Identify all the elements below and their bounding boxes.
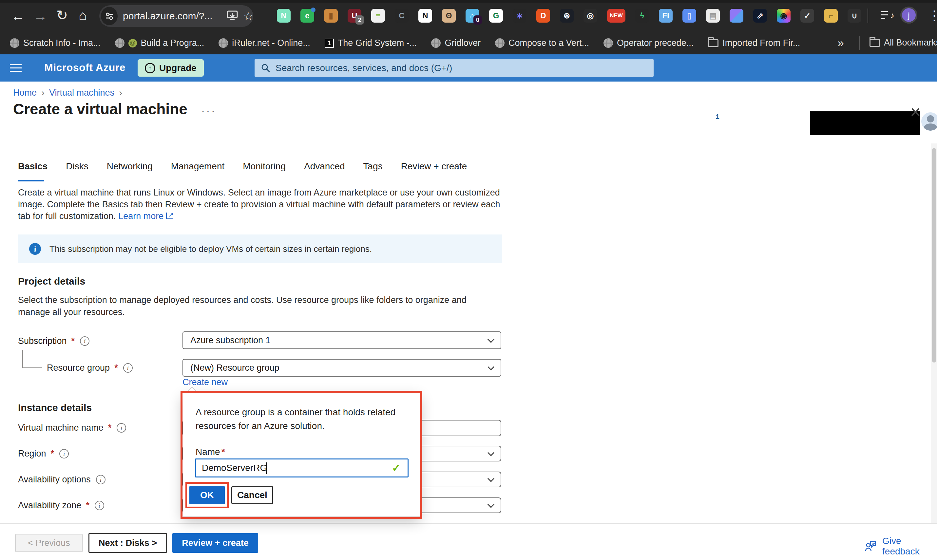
previous-button[interactable]: < Previous bbox=[15, 534, 83, 552]
clock-hook-extension-icon[interactable]: C bbox=[395, 9, 408, 23]
purple-asterisk-extension-icon[interactable]: ∗ bbox=[513, 9, 527, 23]
jar-outline-extension-icon[interactable]: ∪ bbox=[848, 9, 861, 23]
required-asterisk: * bbox=[107, 423, 112, 433]
bookmark-item[interactable]: Scratch Info - Ima... bbox=[10, 38, 100, 48]
notifications-bell-icon[interactable]: 1 bbox=[704, 115, 719, 130]
target-rings-extension-icon[interactable]: ◎ bbox=[584, 9, 597, 23]
azure-brand[interactable]: Microsoft Azure bbox=[44, 62, 125, 74]
site-settings-icon[interactable] bbox=[101, 7, 118, 25]
tab-networking[interactable]: Networking bbox=[107, 161, 153, 172]
bookmark-star-icon[interactable]: ☆ bbox=[243, 9, 253, 23]
document-extension-icon[interactable]: ▤ bbox=[706, 9, 720, 23]
green-figure-extension-icon[interactable]: ϟ bbox=[635, 9, 649, 23]
bookmark-item[interactable]: iRuler.net - Online... bbox=[219, 38, 310, 48]
global-search[interactable] bbox=[254, 59, 653, 77]
bookmark-item[interactable]: 1The Grid System -... bbox=[325, 38, 417, 48]
learn-more-link[interactable]: Learn more bbox=[118, 211, 163, 221]
tab-management[interactable]: Management bbox=[171, 161, 224, 172]
phone-extension-icon[interactable]: ▯ bbox=[683, 9, 696, 23]
redacted-account-info bbox=[810, 111, 920, 135]
cloud-shell-icon[interactable]: >_ bbox=[674, 115, 689, 130]
chevron-right-icon: › bbox=[114, 87, 127, 98]
settings-gear-icon[interactable] bbox=[732, 115, 747, 130]
screen: ← → ↻ ⌂ portal.azure.com/?... ☆ Ne▮U2≡CN… bbox=[0, 0, 937, 560]
rainbow-camera-extension-icon[interactable]: ◉ bbox=[777, 9, 791, 23]
bookmark-item[interactable]: Gridlover bbox=[431, 38, 481, 48]
arrow-circle-extension-icon[interactable]: ⇗ bbox=[753, 9, 767, 23]
globe-favicon bbox=[604, 38, 613, 48]
url-text[interactable]: portal.azure.com/?... bbox=[123, 11, 212, 22]
banner-text: This subscription may not be eligible to… bbox=[49, 244, 372, 254]
chevron-down-icon bbox=[487, 449, 495, 456]
required-asterisk: * bbox=[113, 363, 118, 373]
resource-group-name-input[interactable]: DemoServerRG bbox=[195, 458, 408, 477]
scrollbar-thumb[interactable] bbox=[932, 148, 936, 363]
intro-text: Create a virtual machine that runs Linux… bbox=[18, 187, 502, 222]
ghost-extension-icon[interactable]: ∩0 bbox=[465, 9, 479, 23]
font-fi-extension-icon[interactable]: FI bbox=[659, 9, 673, 23]
chevron-down-icon bbox=[487, 475, 495, 482]
project-details-heading: Project details bbox=[18, 276, 85, 287]
help-icon[interactable]: ? bbox=[760, 115, 775, 130]
active-tab-indicator bbox=[18, 180, 44, 182]
browser-profile-avatar[interactable]: j bbox=[900, 6, 917, 23]
bookmark-item[interactable]: @Build a Progra... bbox=[115, 38, 205, 48]
info-icon: i bbox=[123, 363, 133, 373]
tab-review-create[interactable]: Review + create bbox=[401, 161, 467, 172]
send-to-device-icon[interactable] bbox=[227, 10, 238, 22]
project-details-description: Select the subscription to manage deploy… bbox=[18, 294, 496, 318]
back-icon[interactable]: ← bbox=[11, 9, 25, 23]
tab-disks[interactable]: Disks bbox=[66, 161, 88, 172]
persona-face-extension-icon[interactable]: ʘ bbox=[442, 9, 456, 23]
react-atom-extension-icon[interactable]: ⊛ bbox=[560, 9, 574, 23]
notes-list-extension-icon[interactable]: ≡ bbox=[371, 9, 385, 23]
account-avatar[interactable] bbox=[921, 112, 937, 131]
notion-extension-icon[interactable]: N bbox=[418, 9, 432, 23]
mint-n-extension-icon[interactable]: N bbox=[277, 9, 291, 23]
bookmark-item[interactable]: Imported From Fir... bbox=[708, 38, 800, 48]
bookmarks-bar: Scratch Info - Ima... @Build a Progra...… bbox=[0, 32, 937, 54]
check-tasks-extension-icon[interactable]: ✓ bbox=[800, 9, 814, 23]
close-icon[interactable]: × bbox=[910, 103, 921, 121]
home-icon[interactable]: ⌂ bbox=[79, 9, 87, 22]
feedback-icon[interactable] bbox=[785, 115, 800, 130]
breadcrumb-home-link[interactable]: Home bbox=[13, 88, 37, 98]
tab-monitoring[interactable]: Monitoring bbox=[243, 161, 286, 172]
duckduckgo-extension-icon[interactable]: D bbox=[536, 9, 550, 23]
forward-icon[interactable]: → bbox=[34, 9, 47, 23]
evernote-extension-icon[interactable]: e bbox=[301, 9, 314, 23]
upgrade-button[interactable]: ↑ Upgrade bbox=[137, 59, 204, 77]
bookmarks-overflow-icon[interactable]: » bbox=[837, 36, 844, 50]
orange-book-extension-icon[interactable]: ▮ bbox=[324, 9, 338, 23]
review-create-button[interactable]: Review + create bbox=[172, 533, 258, 553]
chevron-down-icon bbox=[487, 363, 495, 370]
address-bar[interactable]: portal.azure.com/?... ☆ bbox=[99, 5, 253, 27]
reload-icon[interactable]: ↻ bbox=[56, 9, 68, 22]
subscription-dropdown[interactable]: Azure subscription 1 bbox=[182, 331, 501, 349]
title-context-menu-icon[interactable]: ··· bbox=[201, 104, 216, 117]
info-icon: i bbox=[96, 475, 105, 485]
grammarly-extension-icon[interactable]: G bbox=[489, 9, 503, 23]
resource-group-dropdown[interactable]: (New) Resource group bbox=[182, 359, 501, 377]
cancel-button[interactable]: Cancel bbox=[231, 486, 273, 504]
feedback-icon bbox=[864, 539, 877, 553]
duotone-extension-icon[interactable] bbox=[730, 9, 743, 23]
all-bookmarks-button[interactable]: All Bookmarks bbox=[869, 38, 937, 48]
breadcrumb-vm-link[interactable]: Virtual machines bbox=[49, 88, 114, 98]
tab-basics[interactable]: Basics bbox=[18, 161, 48, 172]
hamburger-menu-icon[interactable] bbox=[10, 64, 22, 72]
create-new-link[interactable]: Create new bbox=[182, 377, 228, 388]
give-feedback-link[interactable]: Give feedback bbox=[864, 536, 937, 557]
search-input[interactable] bbox=[276, 63, 636, 73]
bookmark-item[interactable]: Compose to a Vert... bbox=[495, 38, 589, 48]
new-badge-extension-icon[interactable]: NEW bbox=[607, 9, 626, 23]
tab-advanced[interactable]: Advanced bbox=[304, 161, 345, 172]
media-controls-icon[interactable]: ♪ bbox=[881, 10, 894, 21]
tab-tags[interactable]: Tags bbox=[363, 161, 383, 172]
yellow-folder-extension-icon[interactable]: ⌐ bbox=[824, 9, 838, 23]
next-disks-button[interactable]: Next : Disks > bbox=[88, 533, 167, 553]
bookmark-item[interactable]: Operator precede... bbox=[604, 38, 694, 48]
ublock-shield-extension-icon[interactable]: U2 bbox=[348, 9, 361, 23]
browser-menu-icon[interactable]: ⋮ bbox=[928, 8, 937, 23]
ok-button[interactable]: OK bbox=[190, 486, 225, 504]
